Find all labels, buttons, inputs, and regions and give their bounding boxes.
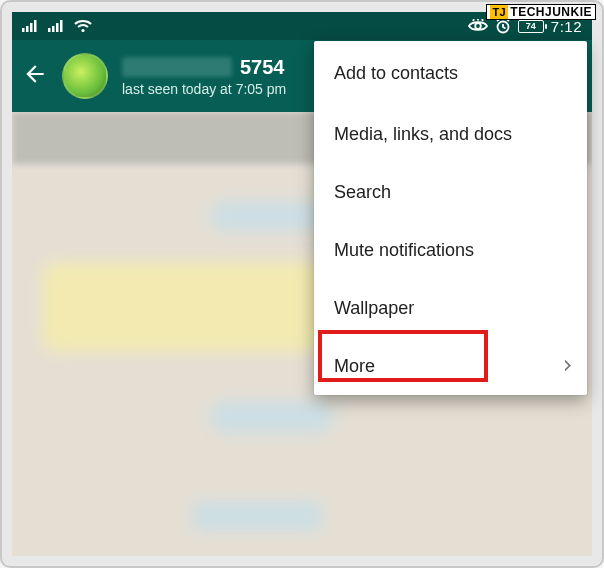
blurred-bubble (212, 202, 322, 230)
svg-rect-3 (34, 20, 37, 32)
battery-level: 74 (526, 22, 536, 31)
svg-rect-6 (56, 23, 59, 32)
svg-rect-2 (30, 23, 33, 32)
menu-item-label: Media, links, and docs (334, 124, 512, 145)
eye-icon (468, 19, 488, 33)
menu-item-label: Add to contacts (334, 63, 458, 84)
svg-line-12 (482, 19, 483, 21)
menu-item-search[interactable]: Search (314, 163, 587, 221)
menu-item-add-to-contacts[interactable]: Add to contacts (314, 41, 587, 105)
battery-indicator: 74 (518, 20, 544, 33)
svg-point-8 (81, 28, 84, 31)
menu-item-more[interactable]: More (314, 337, 587, 395)
contact-name-redacted (122, 57, 232, 77)
menu-item-mute-notifications[interactable]: Mute notifications (314, 221, 587, 279)
svg-line-10 (473, 19, 474, 21)
overflow-menu: Add to contacts Media, links, and docs S… (314, 41, 587, 395)
svg-rect-4 (48, 28, 51, 32)
menu-item-label: More (334, 356, 375, 377)
watermark-badge: TJ (490, 5, 508, 19)
contact-title-block[interactable]: 5754 last seen today at 7:05 pm (122, 56, 286, 97)
screenshot-frame: TJ TECHJUNKIE (0, 0, 604, 568)
wifi-icon (74, 20, 92, 33)
svg-rect-7 (60, 20, 63, 32)
menu-item-media-links-docs[interactable]: Media, links, and docs (314, 105, 587, 163)
avatar[interactable] (62, 53, 108, 99)
back-icon[interactable] (22, 61, 48, 91)
menu-item-wallpaper[interactable]: Wallpaper (314, 279, 587, 337)
signal-icon (22, 20, 38, 32)
contact-name-line: 5754 (122, 56, 286, 79)
menu-item-label: Search (334, 182, 391, 203)
chevron-right-icon (565, 356, 573, 377)
menu-item-label: Mute notifications (334, 240, 474, 261)
alarm-icon (495, 18, 511, 34)
svg-rect-5 (52, 26, 55, 32)
watermark-text: TECHJUNKIE (510, 5, 592, 19)
last-seen-text: last seen today at 7:05 pm (122, 81, 286, 97)
contact-number-suffix: 5754 (240, 56, 285, 79)
blurred-bubble (212, 402, 332, 432)
blurred-bubble (192, 502, 322, 530)
status-left (22, 20, 92, 33)
watermark: TJ TECHJUNKIE (486, 4, 596, 20)
svg-point-9 (475, 23, 481, 29)
signal-icon-2 (48, 20, 64, 32)
menu-item-label: Wallpaper (334, 298, 414, 319)
status-right: 74 7:12 (468, 18, 582, 35)
svg-rect-1 (26, 26, 29, 32)
svg-rect-0 (22, 28, 25, 32)
clock: 7:12 (551, 18, 582, 35)
